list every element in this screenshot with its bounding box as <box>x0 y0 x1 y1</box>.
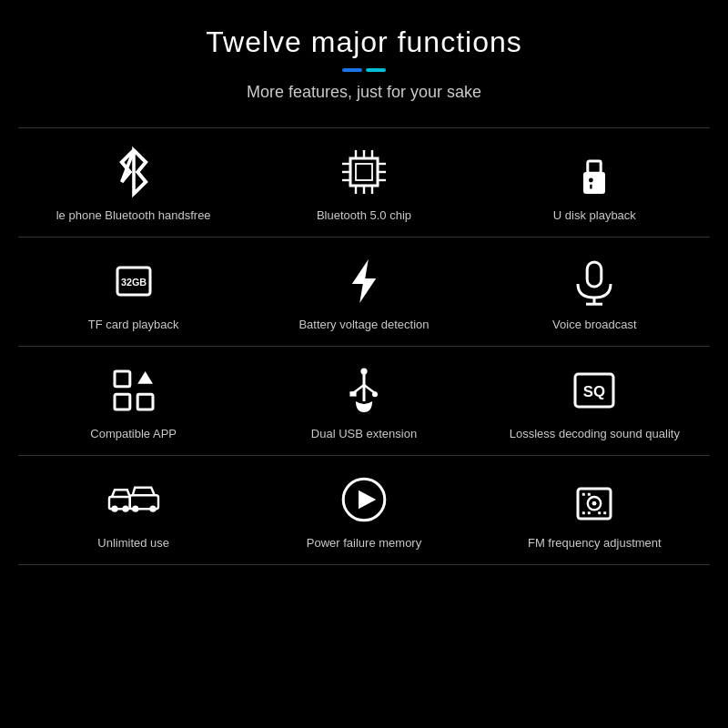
svg-point-16 <box>589 178 593 183</box>
svg-rect-32 <box>349 391 356 396</box>
svg-rect-26 <box>137 394 153 410</box>
svg-rect-49 <box>582 511 585 514</box>
svg-text:32GB: 32GB <box>121 277 147 288</box>
svg-point-46 <box>592 500 597 505</box>
feature-label-lossless-decoding: Lossless decoding sound quality <box>510 427 680 442</box>
feature-label-voice-broadcast: Voice broadcast <box>552 318 637 333</box>
feature-row-2: Compatible APPDual USB extensionSQLossle… <box>18 347 710 456</box>
svg-rect-25 <box>115 394 130 410</box>
svg-marker-20 <box>352 259 376 303</box>
svg-rect-48 <box>588 492 591 495</box>
svg-rect-50 <box>588 511 591 514</box>
feature-cell-battery-voltage: Battery voltage detection <box>248 238 479 346</box>
svg-rect-47 <box>582 492 585 495</box>
feature-cell-u-disk: U disk playback <box>480 128 710 237</box>
feature-row-1: 32GBTF card playbackBattery voltage dete… <box>18 238 710 347</box>
accent-bar <box>342 68 386 72</box>
chip-icon <box>332 145 396 199</box>
svg-rect-52 <box>604 511 607 514</box>
feature-cell-bluetooth-chip: Bluetooth 5.0 chip <box>248 128 479 237</box>
feature-cell-lossless-decoding: SQLossless decoding sound quality <box>480 347 710 455</box>
svg-point-38 <box>122 505 128 511</box>
bluetooth-icon <box>102 145 166 199</box>
svg-rect-0 <box>350 158 378 186</box>
page: Twelve major functions More features, ju… <box>0 0 728 728</box>
svg-point-29 <box>360 368 367 374</box>
hq-icon: SQ <box>562 363 626 418</box>
feature-cell-tf-card: 32GBTF card playback <box>18 238 248 346</box>
svg-rect-15 <box>588 161 601 173</box>
features-grid: le phone Bluetooth handsfreeBluetooth 5.… <box>18 127 710 565</box>
feature-cell-compatible-app: Compatible APP <box>18 347 248 455</box>
feature-label-bluetooth-handsfree: le phone Bluetooth handsfree <box>56 208 211 224</box>
svg-point-41 <box>149 505 156 511</box>
feature-label-tf-card: TF card playback <box>88 318 179 333</box>
svg-rect-1 <box>356 164 372 180</box>
feature-cell-power-failure: Power failure memory <box>248 456 479 564</box>
radio-icon <box>562 472 626 527</box>
svg-point-37 <box>111 505 117 511</box>
svg-rect-14 <box>583 172 605 194</box>
feature-row-0: le phone Bluetooth handsfreeBluetooth 5.… <box>18 128 710 238</box>
feature-cell-unlimited-use: Unlimited use <box>18 456 248 564</box>
svg-marker-27 <box>137 371 153 384</box>
microphone-icon <box>562 254 626 308</box>
svg-marker-43 <box>359 490 376 508</box>
feature-cell-fm-frequency: FM frequency adjustment <box>480 456 710 564</box>
apps-icon <box>102 363 166 418</box>
feature-label-dual-usb: Dual USB extension <box>311 427 417 442</box>
lightning-icon <box>332 254 396 308</box>
udisk-icon <box>562 145 626 199</box>
feature-label-fm-frequency: FM frequency adjustment <box>528 536 662 551</box>
svg-rect-24 <box>115 371 130 387</box>
svg-rect-21 <box>588 262 602 287</box>
feature-label-u-disk: U disk playback <box>553 208 636 224</box>
feature-label-unlimited-use: Unlimited use <box>97 536 169 551</box>
feature-cell-voice-broadcast: Voice broadcast <box>480 238 710 346</box>
page-subtitle: More features, just for your sake <box>247 83 481 102</box>
tfcard-icon: 32GB <box>102 254 166 308</box>
usb-icon <box>332 363 396 418</box>
svg-point-40 <box>132 505 138 511</box>
svg-line-31 <box>364 385 375 393</box>
feature-cell-bluetooth-handsfree: le phone Bluetooth handsfree <box>18 128 248 237</box>
vehicle-icon <box>102 472 166 527</box>
feature-label-battery-voltage: Battery voltage detection <box>298 318 429 333</box>
page-title: Twelve major functions <box>206 25 521 59</box>
feature-label-compatible-app: Compatible APP <box>90 427 177 442</box>
feature-label-power-failure: Power failure memory <box>307 536 421 551</box>
svg-text:SQ: SQ <box>583 383 605 400</box>
play-circle-icon <box>332 472 396 527</box>
feature-label-bluetooth-chip: Bluetooth 5.0 chip <box>317 208 411 224</box>
feature-cell-dual-usb: Dual USB extension <box>248 347 479 455</box>
svg-point-33 <box>372 391 378 397</box>
svg-rect-51 <box>599 511 602 514</box>
svg-rect-17 <box>591 185 592 189</box>
feature-row-3: Unlimited usePower failure memoryFM freq… <box>18 456 710 565</box>
